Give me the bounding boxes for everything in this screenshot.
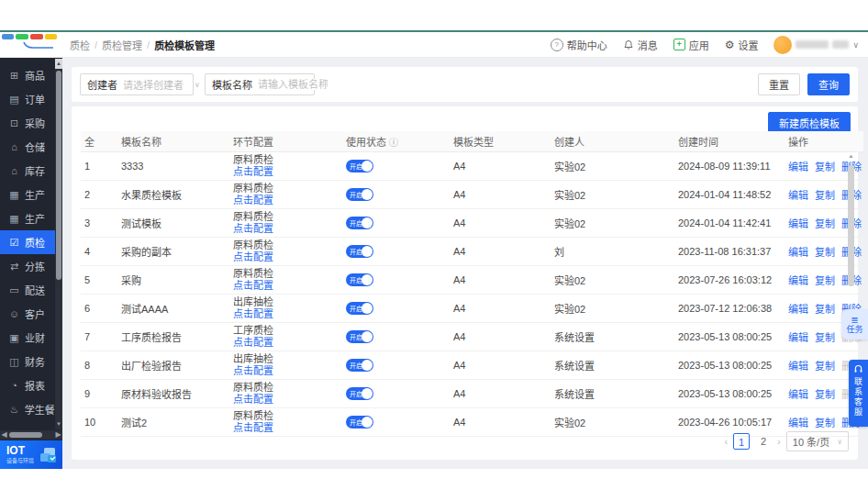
sidebar-item-purchase[interactable]: ⊡采购› — [0, 111, 62, 135]
configure-link[interactable]: 点击配置 — [233, 251, 339, 263]
sidebar-hscrollbar-thumb[interactable] — [9, 432, 42, 438]
configure-link[interactable]: 点击配置 — [233, 195, 339, 206]
configure-link[interactable]: 点击配置 — [233, 308, 339, 320]
sidebar-scroll-right-button[interactable]: ▶ — [54, 430, 62, 440]
copy-link[interactable]: 复制 — [815, 304, 835, 315]
status-toggle[interactable]: 开启 — [346, 245, 373, 258]
sidebar-item-sorting[interactable]: ⇄分拣› — [0, 254, 62, 278]
user-menu[interactable]: ∨ — [773, 36, 859, 54]
status-toggle[interactable]: 开启 — [346, 387, 373, 400]
sidebar-item-iot[interactable]: IOT 设备与环境 — [0, 440, 62, 469]
next-page-button[interactable]: › — [777, 436, 781, 447]
sidebar-item-quality[interactable]: ☑质检› — [0, 230, 62, 254]
copy-link[interactable]: 复制 — [815, 389, 835, 400]
sidebar-item-business-finance[interactable]: ▣业财› — [0, 326, 62, 350]
edit-link[interactable]: 编辑 — [788, 304, 808, 315]
messages-button[interactable]: 消息 — [623, 38, 658, 52]
edit-link[interactable]: 编辑 — [788, 389, 808, 400]
search-button[interactable]: 查询 — [807, 73, 850, 95]
configure-link[interactable]: 点击配置 — [233, 166, 339, 178]
sidebar: ⊞商品›▤订单›⊡采购›⌂仓储›⌂库存›▦生产›▦生产›☑质检›⇄分拣›▭配送›… — [0, 58, 62, 469]
sidebar-item-customers[interactable]: ☺客户› — [0, 302, 62, 326]
plus-square-icon: + — [673, 39, 685, 50]
status-toggle[interactable]: 开启 — [346, 188, 373, 201]
reset-button[interactable]: 重置 — [758, 73, 800, 95]
edit-link[interactable]: 编辑 — [788, 247, 808, 258]
table-scrollbar-thumb[interactable] — [848, 165, 854, 286]
page-number-button[interactable]: 1 — [733, 433, 750, 450]
copy-link[interactable]: 复制 — [815, 361, 835, 372]
template-name-field[interactable]: 模板名称 — [205, 73, 315, 95]
toggle-knob — [362, 274, 373, 285]
table-scroll-up-button[interactable]: ▲ — [847, 152, 855, 161]
configure-link[interactable]: 点击配置 — [233, 394, 339, 406]
copy-link[interactable]: 复制 — [815, 161, 835, 173]
edit-link[interactable]: 编辑 — [788, 190, 808, 201]
sidebar-item-delivery[interactable]: ▭配送› — [0, 278, 62, 302]
info-circle-icon[interactable]: ⓘ — [389, 138, 398, 148]
configure-link[interactable]: 点击配置 — [233, 365, 339, 377]
stage-name: 出库抽检 — [233, 296, 339, 308]
configure-link[interactable]: 点击配置 — [233, 223, 339, 235]
template-name-input[interactable] — [258, 79, 328, 90]
apps-button[interactable]: + 应用 — [673, 38, 709, 52]
sidebar-item-student-meals[interactable]: ♨学生餐› — [0, 397, 62, 421]
edit-link[interactable]: 编辑 — [788, 332, 808, 343]
edit-link[interactable]: 编辑 — [788, 361, 808, 372]
template-name: 测试AAAA — [117, 295, 229, 323]
tasks-float-button[interactable]: ≣ 任务 — [841, 309, 868, 340]
template-table-card: 新建质检模板 全模板名称环节配置使用状态ⓘ模板类型创建人创建时间操作 13333… — [72, 106, 858, 460]
page-number-button[interactable]: 2 — [755, 433, 772, 450]
template-name: 出厂检验报告 — [117, 351, 229, 380]
edit-link[interactable]: 编辑 — [788, 161, 808, 173]
sidebar-item-goods[interactable]: ⊞商品› — [0, 63, 62, 87]
template-type: A4 — [450, 380, 551, 408]
creator-select[interactable]: 创建者 请选择创建者 ∨ — [80, 73, 194, 95]
settings-button[interactable]: ⚙ 设置 — [725, 38, 759, 52]
sidebar-item-production-1[interactable]: ▦生产› — [0, 183, 62, 206]
configure-link[interactable]: 点击配置 — [233, 337, 339, 349]
configure-link[interactable]: 点击配置 — [233, 280, 339, 292]
contact-support-float-button[interactable]: 联系客服 — [849, 360, 868, 427]
breadcrumb-item[interactable]: 质检 — [70, 38, 90, 52]
edit-link[interactable]: 编辑 — [788, 218, 808, 229]
table-row: 8出厂检验报告出库抽检点击配置开启A4系统设置2023-05-13 08:00:… — [81, 351, 863, 380]
sidebar-item-finance[interactable]: ◫财务› — [0, 350, 62, 373]
sidebar-scrollbar-track[interactable] — [55, 69, 62, 419]
sidebar-item-production-2[interactable]: ▦生产› — [0, 206, 62, 230]
status-toggle[interactable]: 开启 — [346, 302, 373, 315]
sidebar-item-label: 质检 — [25, 235, 55, 250]
copy-link[interactable]: 复制 — [815, 418, 835, 429]
status-toggle[interactable]: 开启 — [346, 416, 373, 429]
logo-bars-icon — [2, 34, 59, 39]
prev-page-button[interactable]: ‹ — [724, 436, 728, 447]
status-toggle[interactable]: 开启 — [346, 217, 373, 229]
page-size-select[interactable]: 10 条/页 ∨ — [786, 431, 849, 451]
sidebar-item-reports[interactable]: ◔报表› — [0, 373, 62, 397]
edit-link[interactable]: 编辑 — [788, 418, 808, 429]
copy-link[interactable]: 复制 — [815, 332, 835, 343]
help-center-button[interactable]: ? 帮助中心 — [551, 38, 607, 52]
configure-link[interactable]: 点击配置 — [233, 422, 339, 434]
copy-link[interactable]: 复制 — [815, 275, 835, 286]
sidebar-item-orders[interactable]: ▤订单› — [0, 87, 62, 111]
edit-link[interactable]: 编辑 — [788, 275, 808, 286]
sidebar-item-inventory[interactable]: ⌂库存› — [0, 159, 62, 183]
copy-link[interactable]: 复制 — [815, 190, 835, 201]
stage-name: 工序质检 — [233, 325, 339, 337]
status-toggle[interactable]: 开启 — [346, 330, 373, 343]
status-toggle[interactable]: 开启 — [346, 273, 373, 286]
sidebar-item-warehouse[interactable]: ⌂仓储› — [0, 135, 62, 159]
status-toggle[interactable]: 开启 — [346, 160, 373, 173]
sidebar-scroll-up-button[interactable]: ▲ — [55, 59, 62, 69]
row-index: 10 — [81, 408, 117, 437]
table-row: 13333原料质检点击配置开启A4实验022024-08-09 11:39:11… — [81, 152, 863, 181]
sidebar-scrollbar-thumb[interactable] — [56, 71, 61, 280]
sidebar-scroll-down-button[interactable]: ▼ — [55, 419, 62, 429]
sidebar-scroll-left-button[interactable]: ◀ — [0, 430, 8, 440]
column-header: 全 — [81, 131, 117, 152]
status-toggle[interactable]: 开启 — [346, 359, 373, 372]
copy-link[interactable]: 复制 — [815, 247, 835, 258]
copy-link[interactable]: 复制 — [815, 218, 835, 229]
breadcrumb-item[interactable]: 质检管理 — [102, 38, 142, 52]
